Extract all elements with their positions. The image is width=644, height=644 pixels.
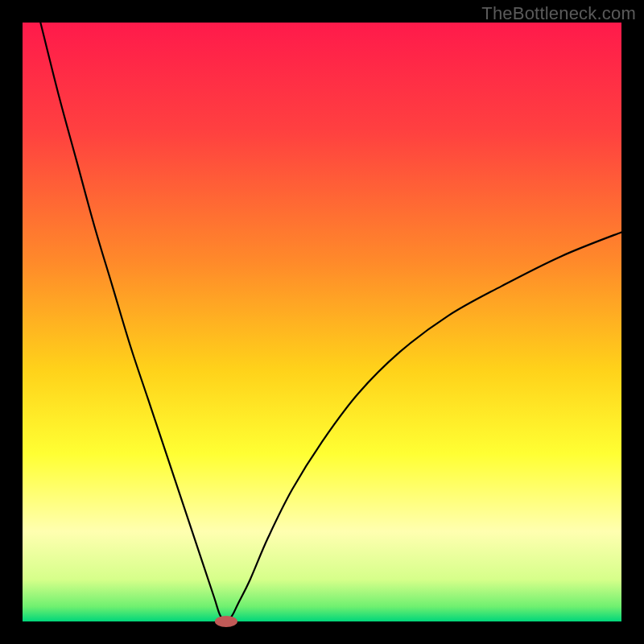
optimal-point-marker: [215, 616, 237, 627]
bottleneck-chart: [0, 0, 644, 644]
chart-container: TheBottleneck.com: [0, 0, 644, 644]
chart-plot-area: [23, 23, 621, 621]
watermark-text: TheBottleneck.com: [481, 3, 636, 24]
